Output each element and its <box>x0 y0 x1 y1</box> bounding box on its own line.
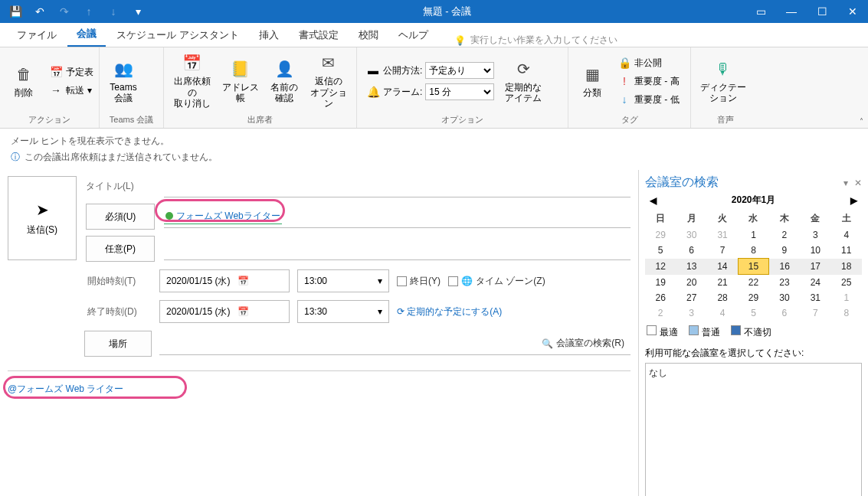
allday-checkbox[interactable]: 終日(Y) <box>397 275 441 288</box>
tab-schedule[interactable]: スケジュール アシスタント <box>107 24 248 47</box>
cal-day[interactable]: 25 <box>831 275 862 291</box>
cal-day[interactable]: 17 <box>800 259 830 275</box>
title-input[interactable] <box>164 175 631 197</box>
cal-day[interactable]: 9 <box>769 243 800 259</box>
pane-options-icon[interactable]: ▾ <box>837 178 854 188</box>
save-icon[interactable]: 💾 <box>5 1 26 22</box>
cal-day[interactable]: 3 <box>800 227 830 243</box>
recurrence-button[interactable]: ⟳定期的な アイテム <box>502 51 545 112</box>
cal-day[interactable]: 2 <box>645 305 676 321</box>
cal-day[interactable]: 30 <box>769 290 800 305</box>
undo-icon[interactable]: ↶ <box>29 1 51 22</box>
low-importance-button[interactable]: ↓重要度 - 低 <box>614 91 683 108</box>
ribbon-options-icon[interactable]: ▭ <box>745 1 776 22</box>
cal-day[interactable]: 7 <box>707 243 738 259</box>
address-book-button[interactable]: 📒アドレス帳 <box>218 51 262 112</box>
location-button[interactable]: 場所 <box>84 331 152 357</box>
message-body[interactable]: @フォームズ Web ライター <box>8 370 631 396</box>
cal-day[interactable]: 6 <box>676 243 706 259</box>
mention[interactable]: @フォームズ Web ライター <box>8 383 123 394</box>
start-time-input[interactable]: 13:00▾ <box>297 269 389 292</box>
prev-month-icon[interactable]: ◀ <box>650 195 657 206</box>
cal-day[interactable]: 3 <box>676 305 706 321</box>
delete-button[interactable]: 🗑削除 <box>6 51 41 112</box>
cal-day[interactable]: 29 <box>738 290 768 305</box>
cal-day[interactable]: 29 <box>645 227 676 243</box>
cancel-invite-button[interactable]: 📅出席依頼の 取り消し <box>170 51 214 112</box>
cal-day[interactable]: 14 <box>707 259 738 275</box>
cal-day[interactable]: 7 <box>800 305 830 321</box>
cal-day[interactable]: 26 <box>645 290 676 305</box>
high-importance-button[interactable]: !重要度 - 高 <box>614 73 683 90</box>
tab-meeting[interactable]: 会議 <box>67 22 106 47</box>
cal-day[interactable]: 15 <box>738 259 768 275</box>
dictate-button[interactable]: 🎙ディクテー ション <box>697 51 749 112</box>
start-date-input[interactable]: 2020/01/15 (水)📅 <box>159 269 290 292</box>
end-date-input[interactable]: 2020/01/15 (水)📅 <box>159 300 290 323</box>
cal-day[interactable]: 27 <box>676 290 706 305</box>
pane-close-icon[interactable]: ✕ <box>854 178 862 188</box>
response-options-button[interactable]: ✉返信の オプション <box>306 51 350 112</box>
reminder-select[interactable]: 15 分 <box>425 83 494 100</box>
timezone-checkbox[interactable]: 🌐タイム ゾーン(Z) <box>448 275 545 288</box>
tab-help[interactable]: ヘルプ <box>389 24 437 47</box>
private-button[interactable]: 🔒非公開 <box>614 54 683 71</box>
cal-day[interactable]: 18 <box>831 259 862 275</box>
cal-day[interactable]: 4 <box>831 227 862 243</box>
cal-day[interactable]: 20 <box>676 275 706 291</box>
forward-button[interactable]: →転送 ▾ <box>46 82 97 99</box>
teams-meeting-button[interactable]: 👥Teams 会議 <box>106 51 141 112</box>
mini-calendar[interactable]: 日月火水木金土 29303112345678910111213141516171… <box>645 210 862 321</box>
tab-insert[interactable]: 挿入 <box>250 24 288 47</box>
required-field[interactable]: フォームズ Webライター <box>164 205 631 228</box>
categorize-button[interactable]: ▦分類 <box>575 51 610 112</box>
tab-format[interactable]: 書式設定 <box>290 24 348 47</box>
maximize-icon[interactable]: ☐ <box>807 1 837 22</box>
check-names-button[interactable]: 👤名前の 確認 <box>267 51 302 112</box>
cal-day[interactable]: 31 <box>800 290 830 305</box>
cal-day[interactable]: 4 <box>707 305 738 321</box>
cal-day[interactable]: 16 <box>769 259 800 275</box>
make-recurring-link[interactable]: ⟳ 定期的な予定にする(A) <box>397 305 502 318</box>
cal-day[interactable]: 21 <box>707 275 738 291</box>
tab-file[interactable]: ファイル <box>8 24 66 47</box>
cal-day[interactable]: 23 <box>769 275 800 291</box>
next-month-icon[interactable]: ▶ <box>850 195 857 206</box>
optional-field[interactable] <box>164 237 631 260</box>
cal-day[interactable]: 19 <box>645 275 676 291</box>
cal-day[interactable]: 24 <box>800 275 830 291</box>
cal-day[interactable]: 11 <box>831 243 862 259</box>
tell-me[interactable]: 💡実行したい作業を入力してください <box>439 34 617 47</box>
calendar-button[interactable]: 📅予定表 <box>46 64 97 80</box>
cal-day[interactable]: 12 <box>645 259 676 275</box>
cal-day[interactable]: 30 <box>676 227 706 243</box>
cal-day[interactable]: 8 <box>831 305 862 321</box>
calendar-picker-icon[interactable]: 📅 <box>237 306 249 317</box>
cal-day[interactable]: 13 <box>676 259 706 275</box>
room-list[interactable]: なし <box>645 363 862 496</box>
minimize-icon[interactable]: ― <box>776 1 807 22</box>
cal-day[interactable]: 8 <box>738 243 768 259</box>
required-button[interactable]: 必須(U) <box>86 204 155 230</box>
cal-day[interactable]: 31 <box>707 227 738 243</box>
collapse-ribbon-icon[interactable]: ˄ <box>860 117 863 126</box>
cal-day[interactable]: 1 <box>738 227 768 243</box>
cal-day[interactable]: 6 <box>769 305 800 321</box>
cal-day[interactable]: 1 <box>831 290 862 305</box>
cal-day[interactable]: 10 <box>800 243 830 259</box>
tab-review[interactable]: 校閲 <box>349 24 388 47</box>
cal-day[interactable]: 28 <box>707 290 738 305</box>
end-time-input[interactable]: 13:30▾ <box>297 300 389 323</box>
cal-day[interactable]: 5 <box>645 243 676 259</box>
location-input[interactable]: 🔍会議室の検索(R) <box>159 332 631 355</box>
cal-day[interactable]: 2 <box>769 227 800 243</box>
optional-button[interactable]: 任意(P) <box>86 236 155 262</box>
room-search-link[interactable]: 🔍会議室の検索(R) <box>542 337 624 350</box>
cal-day[interactable]: 5 <box>738 305 768 321</box>
show-as-select[interactable]: 予定あり <box>425 62 494 79</box>
close-icon[interactable]: ✕ <box>837 1 868 22</box>
send-button[interactable]: ➤送信(S) <box>8 176 77 260</box>
attendee-chip[interactable]: フォームズ Webライター <box>164 209 282 224</box>
cal-day[interactable]: 22 <box>738 275 768 291</box>
qat-more-icon[interactable]: ▾ <box>127 1 149 22</box>
